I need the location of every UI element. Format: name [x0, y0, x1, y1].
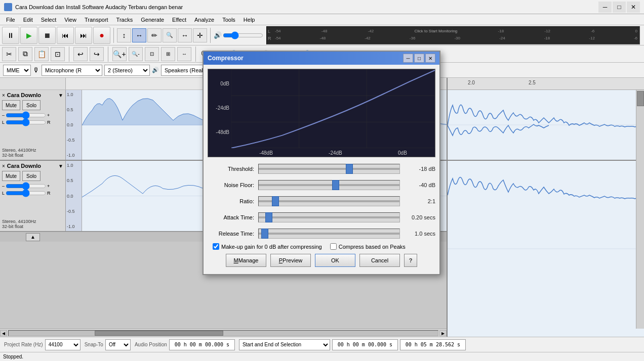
copy-button[interactable]: ⧉: [18, 47, 32, 61]
undo-button[interactable]: ↩: [73, 47, 88, 61]
track1-close[interactable]: ×: [2, 93, 5, 98]
trim-button[interactable]: ⊡: [51, 47, 65, 61]
stop-button[interactable]: ⏹: [38, 27, 56, 44]
dialog-maximize-button[interactable]: □: [414, 54, 424, 63]
peaks-checkbox-label[interactable]: Compress based on Peaks: [330, 243, 406, 250]
cancel-button[interactable]: Cancel: [359, 254, 400, 267]
menu-tracks[interactable]: Tracks: [112, 16, 137, 24]
ok-button[interactable]: OK: [315, 254, 355, 267]
paste-button[interactable]: 📋: [34, 47, 49, 61]
peaks-checkbox[interactable]: [330, 243, 337, 250]
pause-button[interactable]: ⏸: [2, 27, 19, 44]
menu-generate[interactable]: Generate: [137, 16, 168, 24]
makeup-gain-checkbox[interactable]: [213, 243, 219, 250]
mic-small-icon: 🎙: [33, 66, 39, 74]
track1-bitdepth: 32-bit float: [2, 153, 63, 158]
v-scrollbar[interactable]: [636, 90, 644, 329]
track2-gain: – +: [2, 183, 63, 189]
dialog-minimize-button[interactable]: ─: [403, 54, 413, 63]
menu-transport[interactable]: Transport: [80, 16, 112, 24]
track2-gain-slider[interactable]: [6, 183, 46, 189]
close-button[interactable]: ✕: [627, 2, 640, 13]
zoom-sel-button[interactable]: ⊞: [161, 47, 175, 61]
track2-mute[interactable]: Mute: [2, 171, 20, 181]
manage-button[interactable]: MManage: [226, 254, 266, 267]
track2-controls: Mute Solo: [2, 171, 63, 181]
track1-solo[interactable]: Solo: [22, 100, 41, 110]
release-slider[interactable]: [259, 233, 399, 235]
menu-help[interactable]: Help: [239, 16, 259, 24]
zoom-toggle-button[interactable]: ↔: [177, 47, 191, 61]
collapse-button[interactable]: ▲: [26, 233, 40, 241]
scrollbar-track[interactable]: [8, 330, 438, 336]
dialog-close-button[interactable]: ✕: [425, 54, 435, 63]
ratio-slider[interactable]: [259, 200, 399, 202]
menu-select[interactable]: Select: [37, 16, 61, 24]
y-label-48db: -48dB: [216, 129, 229, 135]
selection-start-input[interactable]: [332, 339, 398, 350]
collapse-btn-container: ▲: [0, 233, 66, 241]
edit-sep3: [195, 47, 196, 62]
play-button[interactable]: ▶: [20, 27, 37, 44]
track1-gain: – +: [2, 112, 63, 118]
right-ruler-2: 2.0: [468, 80, 475, 85]
skip-fwd-button[interactable]: ⏭: [75, 27, 92, 44]
snap-to-select[interactable]: Off: [105, 339, 131, 350]
tool-timeshift[interactable]: ↔: [178, 28, 192, 42]
tool-envelope[interactable]: ↔: [132, 28, 146, 42]
skip-back-button[interactable]: ⏮: [57, 27, 74, 44]
redo-button[interactable]: ↪: [90, 47, 104, 61]
scroll-left-button[interactable]: ◀: [0, 330, 7, 336]
track1-gain-slider[interactable]: [6, 112, 46, 118]
scrollbar-thumb[interactable]: [95, 331, 223, 336]
menu-file[interactable]: File: [2, 16, 19, 24]
track2-close[interactable]: ×: [2, 163, 5, 169]
zoom-in-button[interactable]: 🔍+: [112, 47, 127, 61]
menu-effect[interactable]: Effect: [168, 16, 190, 24]
track2-solo[interactable]: Solo: [22, 171, 41, 181]
tool-draw[interactable]: ✏: [147, 28, 162, 42]
tool-multitool[interactable]: ✛: [193, 28, 207, 42]
output-volume-slider[interactable]: [223, 32, 263, 38]
zoom-fit-button[interactable]: ⊡: [145, 47, 159, 61]
project-rate-select[interactable]: 44100: [45, 339, 80, 350]
track1-y-scale: 1.0 0.5 0.0 -0.5 -1.0: [66, 90, 82, 160]
selection-type-select[interactable]: Start and End of Selection: [239, 339, 330, 350]
tool-zoom[interactable]: 🔍: [163, 28, 177, 42]
input-device-select[interactable]: Microphone (R: [42, 65, 102, 76]
preview-button[interactable]: PPreview: [270, 254, 311, 267]
threshold-slider[interactable]: [259, 168, 399, 170]
track1-expand[interactable]: ▼: [58, 93, 63, 98]
noise-floor-slider[interactable]: [259, 184, 399, 186]
makeup-gain-checkbox-label[interactable]: Make-up gain for 0 dB after compressing: [213, 243, 322, 250]
channels-select[interactable]: 2 (Stereo): [104, 65, 150, 76]
track2-expand[interactable]: ▼: [58, 163, 63, 169]
track1-pan-slider[interactable]: [6, 119, 46, 125]
selection-end-input[interactable]: [400, 339, 466, 350]
click-monitor-label[interactable]: Click to Start Monitoring: [414, 29, 457, 33]
tool-select[interactable]: ↕: [117, 28, 131, 42]
cut-button[interactable]: ✂: [2, 47, 16, 61]
h-scrollbar[interactable]: ◀ ▶: [0, 329, 447, 337]
menu-edit[interactable]: Edit: [19, 16, 37, 24]
audio-position-input[interactable]: [169, 339, 235, 350]
host-select[interactable]: MME: [3, 65, 31, 76]
chart-y-labels: 0dB -24dB -48dB: [208, 69, 231, 147]
compressor-dialog[interactable]: Compressor ─ □ ✕ 0dB -24dB -48dB: [203, 51, 440, 275]
track2-pan-slider[interactable]: [6, 190, 46, 196]
attack-slider[interactable]: [259, 216, 399, 218]
record-button[interactable]: ●: [93, 27, 110, 44]
x-label-0db: 0dB: [398, 150, 407, 156]
menu-analyze[interactable]: Analyze: [190, 16, 218, 24]
track1-mute[interactable]: Mute: [2, 100, 20, 110]
scroll-right-button[interactable]: ▶: [439, 330, 447, 336]
zoom-out-button[interactable]: 🔍-: [129, 47, 143, 61]
minimize-button[interactable]: ─: [598, 2, 612, 13]
maximize-button[interactable]: □: [613, 2, 626, 13]
app-window: Cara Download dan Install Software Audac…: [0, 0, 644, 361]
menu-tools[interactable]: Tools: [218, 16, 239, 24]
v-scrollbar-thumb[interactable]: [637, 91, 644, 106]
menu-view[interactable]: View: [60, 16, 80, 24]
vu-scale-top: -54-48-42 Click to Start Monitoring -18-…: [274, 29, 638, 33]
help-button[interactable]: ?: [404, 254, 417, 267]
